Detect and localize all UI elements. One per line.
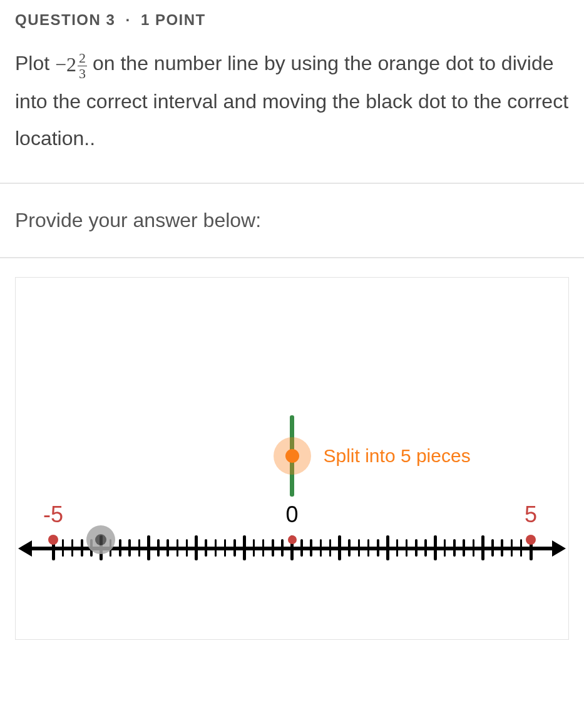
- split-label-prefix: Split into: [324, 445, 401, 466]
- tick-minor: [377, 539, 379, 557]
- tick-minor: [501, 539, 503, 557]
- mixed-sign: −: [55, 46, 66, 83]
- question-suffix: on the number line by using the orange d…: [15, 52, 568, 149]
- tick-minor: [177, 539, 179, 557]
- tick-minor: [128, 539, 131, 557]
- tick-minor: [81, 539, 83, 557]
- tick-minor: [310, 539, 312, 557]
- axis-label: -5: [43, 502, 63, 528]
- tick-minor: [281, 539, 284, 557]
- tick-minor: [224, 539, 227, 557]
- tick-minor: [491, 539, 494, 557]
- split-label: Split into 5 pieces: [324, 445, 471, 467]
- zero-marker-dot: [288, 535, 297, 544]
- endpoint-dot: [48, 535, 58, 545]
- tick-minor: [329, 539, 332, 557]
- tick-minor: [358, 539, 361, 557]
- ticks-container: -505: [53, 538, 531, 559]
- tick-major: [195, 535, 198, 560]
- header-separator: ·: [126, 11, 131, 28]
- tick-minor: [300, 539, 303, 557]
- tick-minor: [444, 539, 446, 557]
- tick-minor: [186, 539, 188, 557]
- tick-minor: [166, 539, 169, 557]
- tick-minor: [138, 539, 141, 557]
- black-dot-inner: [95, 534, 106, 545]
- mixed-number: −223: [55, 46, 87, 83]
- tick-minor: [396, 539, 399, 557]
- tick-minor: [520, 539, 523, 557]
- split-value: 5: [401, 445, 411, 466]
- tick-major: [386, 535, 389, 560]
- arrow-left-icon: [18, 540, 32, 557]
- arrow-right-icon: [552, 540, 566, 557]
- question-prefix: Plot: [15, 52, 55, 74]
- points-label: 1 POINT: [141, 11, 206, 28]
- tick-minor: [453, 539, 456, 557]
- mixed-whole: 2: [66, 46, 76, 83]
- endpoint-dot: [526, 535, 536, 545]
- tick-minor: [215, 539, 217, 557]
- question-number: QUESTION 3: [15, 11, 115, 28]
- tick-minor: [253, 539, 255, 557]
- tick-major: [434, 535, 437, 560]
- tick-minor: [348, 539, 351, 557]
- black-dot[interactable]: [86, 525, 115, 554]
- orange-dot[interactable]: [285, 449, 299, 463]
- tick-major: [147, 535, 150, 560]
- split-label-suffix: pieces: [411, 445, 471, 466]
- tick-minor: [463, 539, 465, 557]
- tick-minor: [233, 539, 236, 557]
- number-line-widget[interactable]: Split into 5 pieces -505: [15, 277, 569, 640]
- mixed-fraction: 23: [78, 51, 87, 81]
- answer-prompt: Provide your answer below:: [0, 184, 584, 257]
- tick-minor: [473, 539, 475, 557]
- question-text: Plot −223 on the number line by using th…: [0, 34, 584, 183]
- tick-major: [481, 535, 484, 560]
- question-header: QUESTION 3 · 1 POINT: [0, 0, 584, 34]
- tick-minor: [119, 539, 121, 557]
- tick-minor: [205, 539, 207, 557]
- tick-minor: [272, 539, 274, 557]
- tick-minor: [62, 539, 64, 557]
- fraction-denominator: 3: [78, 66, 87, 81]
- fraction-numerator: 2: [78, 51, 87, 66]
- tick-major: [338, 535, 341, 560]
- tick-minor: [157, 539, 160, 557]
- axis-label: 5: [525, 502, 537, 528]
- tick-minor: [320, 539, 322, 557]
- tick-major: [243, 535, 246, 560]
- tick-minor: [71, 539, 74, 557]
- tick-minor: [511, 539, 513, 557]
- tick-minor: [367, 539, 370, 557]
- tick-minor: [415, 539, 418, 557]
- tick-minor: [406, 539, 408, 557]
- axis-label: 0: [285, 502, 298, 528]
- tick-minor: [262, 539, 265, 557]
- tick-minor: [424, 539, 427, 557]
